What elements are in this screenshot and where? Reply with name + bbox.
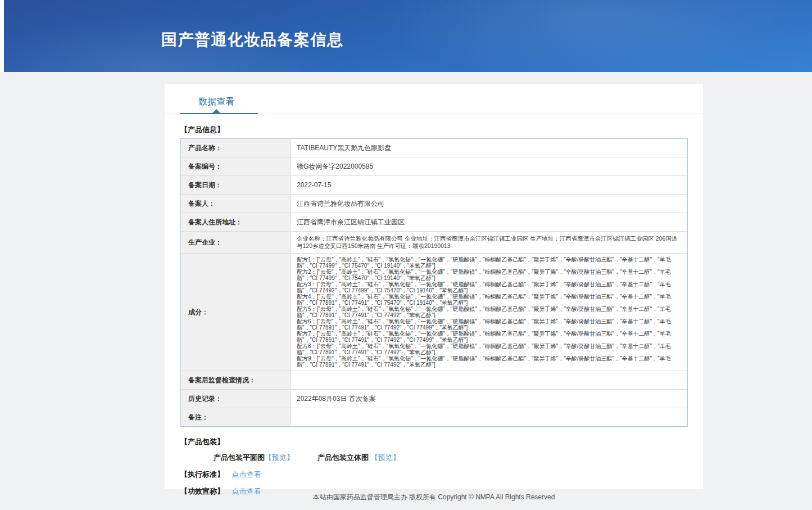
product-packaging-section-label: 【产品包装】 <box>180 437 687 447</box>
table-row-registrant-address: 备案人住所地址：江西省鹰潭市余江区锦江镇工业园区 <box>181 213 687 231</box>
execution-standard-row: 【执行标准】 点击查看 <box>180 470 687 480</box>
formula-line: 配方1：["云母"，"高岭土"，"硅石"，"氯氧化铋"，"一氮化硼"，"硬脂酸镁… <box>297 256 682 269</box>
packaging-stereo-label: 产品包装立体图 <box>317 453 369 462</box>
row-label: 产品名称： <box>181 139 291 157</box>
table-row-post-record-inspection: 备案后监督检查情况： <box>181 371 687 389</box>
row-label: 备注： <box>181 408 291 426</box>
formula-line: 配方8：["云母"，"高岭土"，"硅石"，"氯氧化铋"，"一氮化硼"，"硬脂酸镁… <box>297 343 682 355</box>
formula-line: 配方6：["云母"，"高岭土"，"硅石"，"氯氧化铋"，"一氮化硼"，"硬脂酸镁… <box>297 318 682 331</box>
row-value: 赣G妆网备字2022000585 <box>291 157 687 175</box>
execution-standard-view-link[interactable]: 点击查看 <box>232 470 261 479</box>
row-value: 江西省鹰潭市余江区锦江镇工业园区 <box>291 213 687 231</box>
tab-data-view[interactable]: 数据查看 <box>198 96 234 108</box>
table-row-remarks: 备注： <box>181 408 687 426</box>
table-row-manufacturer: 生产企业：企业名称：江西省诗兰雅化妆品有限公司 企业地址：江西省鹰潭市余江区锦江… <box>181 231 687 253</box>
table-row-product-name: 产品名称：TATIBEAUTY黑天鹅九色眼影盘 <box>181 139 687 157</box>
formula-line: 配方3：["云母"，"高岭土"，"硅石"，"氯氧化铋"，"一氮化硼"，"硬脂酸镁… <box>297 281 682 294</box>
packaging-stereo-preview-link[interactable]: 【预览】 <box>371 453 400 462</box>
content-card: 数据查看 【产品信息】 产品名称：TATIBEAUTY黑天鹅九色眼影盘备案编号：… <box>165 84 703 489</box>
footer-copyright-text: 本站由国家药品监督管理局主办 版权所有 Copyright © NMPA All… <box>313 493 555 501</box>
row-label: 备案人： <box>181 195 291 213</box>
product-packaging-section: 【产品包装】 产品包装平面图【预览】产品包装立体图 【预览】 <box>180 437 687 463</box>
formula-line: 配方5：["云母"，"高岭土"，"硅石"，"氯氧化铋"，"一氮化硼"，"硬脂酸镁… <box>297 306 682 318</box>
footer: 本站由国家药品监督管理局主办 版权所有 Copyright © NMPA All… <box>165 493 703 502</box>
table-row-registrant: 备案人：江西省诗兰雅化妆品有限公司 <box>181 194 687 213</box>
row-label: 备案日期： <box>181 176 291 194</box>
row-value: 2022年08月03日 首次备案 <box>291 390 687 408</box>
row-value <box>291 408 687 426</box>
row-value: 江西省诗兰雅化妆品有限公司 <box>291 195 687 213</box>
row-value <box>291 371 687 389</box>
tab-active-indicator <box>180 113 258 114</box>
row-label: 备案人住所地址： <box>181 213 291 231</box>
tab-pointer-triangle-icon <box>212 109 221 114</box>
formula-line: 配方2：["云母"，"高岭土"，"硅石"，"氯氧化铋"，"一氮化硼"，"硬脂酸镁… <box>297 269 682 281</box>
row-label: 成分： <box>181 254 291 371</box>
row-label: 生产企业： <box>181 232 291 253</box>
row-value: 配方1：["云母"，"高岭土"，"硅石"，"氯氧化铋"，"一氮化硼"，"硬脂酸镁… <box>291 254 687 371</box>
page-title: 国产普通化妆品备案信息 <box>161 29 344 51</box>
table-row-record-number: 备案编号：赣G妆网备字2022000585 <box>181 157 687 175</box>
row-value: 企业名称：江西省诗兰雅化妆品有限公司 企业地址：江西省鹰潭市余江区锦江镇工业园区… <box>291 232 687 253</box>
row-label: 备案后监督检查情况： <box>181 371 291 389</box>
row-label: 历史记录： <box>181 390 291 408</box>
product-info-section-label: 【产品信息】 <box>180 125 687 135</box>
table-row-history: 历史记录：2022年08月03日 首次备案 <box>181 389 687 408</box>
formula-line: 配方7：["云母"，"高岭土"，"硅石"，"氯氧化铋"，"一氮化硼"，"硬脂酸镁… <box>297 331 682 343</box>
tab-bar: 数据查看 <box>165 84 703 114</box>
formula-line: 配方4：["云母"，"高岭土"，"硅石"，"氯氧化铋"，"一氮化硼"，"硬脂酸镁… <box>297 294 682 306</box>
row-label: 备案编号： <box>181 157 291 175</box>
table-row-record-date: 备案日期：2022-07-15 <box>181 175 687 194</box>
execution-standard-label: 【执行标准】 <box>180 470 224 480</box>
page-header-banner: 国产普通化妆品备案信息 <box>4 0 812 72</box>
card-body: 【产品信息】 产品名称：TATIBEAUTY黑天鹅九色眼影盘备案编号：赣G妆网备… <box>165 114 703 497</box>
table-row-ingredients: 成分：配方1：["云母"，"高岭土"，"硅石"，"氯氧化铋"，"一氮化硼"，"硬… <box>181 253 687 371</box>
product-info-table: 产品名称：TATIBEAUTY黑天鹅九色眼影盘备案编号：赣G妆网备字202200… <box>180 138 688 427</box>
packaging-flat-preview-link[interactable]: 【预览】 <box>265 453 294 462</box>
row-value: 2022-07-15 <box>291 176 687 194</box>
row-value: TATIBEAUTY黑天鹅九色眼影盘 <box>291 139 687 157</box>
formula-line: 配方9：["云母"，"高岭土"，"硅石"，"氯氧化铋"，"一氮化硼"，"硬脂酸镁… <box>297 355 682 368</box>
packaging-flat-label: 产品包装平面图 <box>214 453 265 462</box>
packaging-links-row: 产品包装平面图【预览】产品包装立体图 【预览】 <box>180 453 687 463</box>
